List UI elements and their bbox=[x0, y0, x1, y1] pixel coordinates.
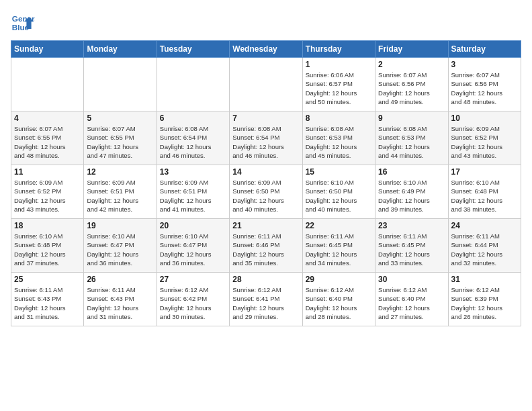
day-info: Sunrise: 6:10 AM Sunset: 6:50 PM Dayligh… bbox=[306, 178, 372, 214]
day-info: Sunrise: 6:11 AM Sunset: 6:43 PM Dayligh… bbox=[87, 285, 153, 321]
calendar-cell: 14Sunrise: 6:09 AM Sunset: 6:50 PM Dayli… bbox=[230, 165, 302, 219]
calendar-cell: 31Sunrise: 6:12 AM Sunset: 6:39 PM Dayli… bbox=[448, 273, 521, 326]
day-number: 21 bbox=[232, 221, 299, 230]
day-info: Sunrise: 6:09 AM Sunset: 6:51 PM Dayligh… bbox=[160, 178, 226, 214]
day-info: Sunrise: 6:07 AM Sunset: 6:55 PM Dayligh… bbox=[14, 124, 81, 160]
calendar-cell: 11Sunrise: 6:09 AM Sunset: 6:52 PM Dayli… bbox=[11, 165, 84, 219]
calendar-cell: 21Sunrise: 6:11 AM Sunset: 6:46 PM Dayli… bbox=[230, 219, 302, 273]
calendar-cell: 25Sunrise: 6:11 AM Sunset: 6:43 PM Dayli… bbox=[11, 273, 84, 326]
day-number: 4 bbox=[14, 113, 81, 123]
day-number: 23 bbox=[378, 221, 445, 230]
weekday-header-saturday: Saturday bbox=[448, 41, 521, 58]
day-number: 7 bbox=[232, 113, 299, 123]
day-number: 1 bbox=[306, 60, 372, 69]
day-info: Sunrise: 6:07 AM Sunset: 6:55 PM Dayligh… bbox=[87, 124, 153, 160]
day-number: 12 bbox=[87, 167, 153, 177]
svg-text:General: General bbox=[12, 14, 35, 23]
calendar-cell: 15Sunrise: 6:10 AM Sunset: 6:50 PM Dayli… bbox=[302, 165, 375, 219]
calendar-cell: 1Sunrise: 6:06 AM Sunset: 6:57 PM Daylig… bbox=[302, 58, 375, 111]
day-info: Sunrise: 6:10 AM Sunset: 6:47 PM Dayligh… bbox=[160, 232, 226, 267]
day-number: 6 bbox=[160, 113, 226, 123]
day-info: Sunrise: 6:11 AM Sunset: 6:43 PM Dayligh… bbox=[14, 285, 81, 321]
calendar-cell: 12Sunrise: 6:09 AM Sunset: 6:51 PM Dayli… bbox=[84, 165, 157, 219]
weekday-header-monday: Monday bbox=[84, 41, 157, 58]
day-info: Sunrise: 6:10 AM Sunset: 6:49 PM Dayligh… bbox=[378, 178, 445, 214]
weekday-header-sunday: Sunday bbox=[11, 41, 84, 58]
day-info: Sunrise: 6:12 AM Sunset: 6:40 PM Dayligh… bbox=[306, 285, 372, 321]
day-info: Sunrise: 6:12 AM Sunset: 6:40 PM Dayligh… bbox=[378, 285, 445, 321]
day-info: Sunrise: 6:08 AM Sunset: 6:54 PM Dayligh… bbox=[232, 124, 299, 160]
calendar-cell: 18Sunrise: 6:10 AM Sunset: 6:48 PM Dayli… bbox=[11, 219, 84, 273]
calendar-cell bbox=[157, 58, 229, 111]
calendar-cell: 3Sunrise: 6:07 AM Sunset: 6:56 PM Daylig… bbox=[448, 58, 521, 111]
day-info: Sunrise: 6:06 AM Sunset: 6:57 PM Dayligh… bbox=[306, 71, 372, 106]
day-number: 3 bbox=[451, 60, 518, 69]
day-number: 5 bbox=[87, 113, 153, 123]
weekday-header-row: SundayMondayTuesdayWednesdayThursdayFrid… bbox=[11, 41, 521, 58]
weekday-header-thursday: Thursday bbox=[302, 41, 375, 58]
calendar-cell: 16Sunrise: 6:10 AM Sunset: 6:49 PM Dayli… bbox=[375, 165, 448, 219]
day-info: Sunrise: 6:07 AM Sunset: 6:56 PM Dayligh… bbox=[378, 71, 445, 106]
day-number: 25 bbox=[14, 275, 81, 284]
day-number: 17 bbox=[451, 167, 518, 177]
day-number: 2 bbox=[378, 60, 445, 69]
day-info: Sunrise: 6:11 AM Sunset: 6:45 PM Dayligh… bbox=[306, 232, 372, 267]
calendar-cell: 23Sunrise: 6:11 AM Sunset: 6:45 PM Dayli… bbox=[375, 219, 448, 273]
calendar-cell: 19Sunrise: 6:10 AM Sunset: 6:47 PM Dayli… bbox=[84, 219, 157, 273]
logo-icon: General Blue bbox=[11, 11, 35, 35]
calendar-cell: 24Sunrise: 6:11 AM Sunset: 6:44 PM Dayli… bbox=[448, 219, 521, 273]
calendar-cell: 27Sunrise: 6:12 AM Sunset: 6:42 PM Dayli… bbox=[157, 273, 229, 326]
calendar-cell: 9Sunrise: 6:08 AM Sunset: 6:53 PM Daylig… bbox=[375, 111, 448, 165]
calendar-cell: 2Sunrise: 6:07 AM Sunset: 6:56 PM Daylig… bbox=[375, 58, 448, 111]
day-number: 13 bbox=[160, 167, 226, 177]
page-header: General Blue bbox=[11, 11, 521, 35]
day-info: Sunrise: 6:08 AM Sunset: 6:53 PM Dayligh… bbox=[378, 124, 445, 160]
day-number: 11 bbox=[14, 167, 81, 177]
day-info: Sunrise: 6:10 AM Sunset: 6:47 PM Dayligh… bbox=[87, 232, 153, 267]
calendar-cell: 5Sunrise: 6:07 AM Sunset: 6:55 PM Daylig… bbox=[84, 111, 157, 165]
calendar-cell: 8Sunrise: 6:08 AM Sunset: 6:53 PM Daylig… bbox=[302, 111, 375, 165]
day-info: Sunrise: 6:11 AM Sunset: 6:46 PM Dayligh… bbox=[232, 232, 299, 267]
calendar-cell: 26Sunrise: 6:11 AM Sunset: 6:43 PM Dayli… bbox=[84, 273, 157, 326]
calendar-cell: 20Sunrise: 6:10 AM Sunset: 6:47 PM Dayli… bbox=[157, 219, 229, 273]
day-number: 31 bbox=[451, 275, 518, 284]
day-info: Sunrise: 6:09 AM Sunset: 6:50 PM Dayligh… bbox=[232, 178, 299, 214]
day-number: 28 bbox=[232, 275, 299, 284]
day-info: Sunrise: 6:07 AM Sunset: 6:56 PM Dayligh… bbox=[451, 71, 518, 106]
day-number: 18 bbox=[14, 221, 81, 230]
calendar-cell: 30Sunrise: 6:12 AM Sunset: 6:40 PM Dayli… bbox=[375, 273, 448, 326]
day-number: 24 bbox=[451, 221, 518, 230]
day-info: Sunrise: 6:08 AM Sunset: 6:53 PM Dayligh… bbox=[306, 124, 372, 160]
day-number: 19 bbox=[87, 221, 153, 230]
day-info: Sunrise: 6:11 AM Sunset: 6:44 PM Dayligh… bbox=[451, 232, 518, 267]
calendar-cell: 4Sunrise: 6:07 AM Sunset: 6:55 PM Daylig… bbox=[11, 111, 84, 165]
day-info: Sunrise: 6:09 AM Sunset: 6:52 PM Dayligh… bbox=[451, 124, 518, 160]
day-number: 26 bbox=[87, 275, 153, 284]
day-number: 22 bbox=[306, 221, 372, 230]
day-number: 16 bbox=[378, 167, 445, 177]
day-info: Sunrise: 6:11 AM Sunset: 6:45 PM Dayligh… bbox=[378, 232, 445, 267]
calendar-table: SundayMondayTuesdayWednesdayThursdayFrid… bbox=[11, 40, 521, 326]
weekday-header-tuesday: Tuesday bbox=[157, 41, 229, 58]
weekday-header-wednesday: Wednesday bbox=[230, 41, 302, 58]
calendar-cell: 13Sunrise: 6:09 AM Sunset: 6:51 PM Dayli… bbox=[157, 165, 229, 219]
day-number: 30 bbox=[378, 275, 445, 284]
logo: General Blue bbox=[11, 11, 35, 35]
calendar-cell: 10Sunrise: 6:09 AM Sunset: 6:52 PM Dayli… bbox=[448, 111, 521, 165]
calendar-cell: 7Sunrise: 6:08 AM Sunset: 6:54 PM Daylig… bbox=[230, 111, 302, 165]
week-row-4: 18Sunrise: 6:10 AM Sunset: 6:48 PM Dayli… bbox=[11, 219, 521, 273]
week-row-5: 25Sunrise: 6:11 AM Sunset: 6:43 PM Dayli… bbox=[11, 273, 521, 326]
week-row-1: 1Sunrise: 6:06 AM Sunset: 6:57 PM Daylig… bbox=[11, 58, 521, 111]
day-number: 9 bbox=[378, 113, 445, 123]
weekday-header-friday: Friday bbox=[375, 41, 448, 58]
day-info: Sunrise: 6:09 AM Sunset: 6:51 PM Dayligh… bbox=[87, 178, 153, 214]
day-number: 27 bbox=[160, 275, 226, 284]
calendar-cell: 29Sunrise: 6:12 AM Sunset: 6:40 PM Dayli… bbox=[302, 273, 375, 326]
day-number: 8 bbox=[306, 113, 372, 123]
day-number: 29 bbox=[306, 275, 372, 284]
calendar-cell bbox=[84, 58, 157, 111]
day-info: Sunrise: 6:08 AM Sunset: 6:54 PM Dayligh… bbox=[160, 124, 226, 160]
day-info: Sunrise: 6:12 AM Sunset: 6:42 PM Dayligh… bbox=[160, 285, 226, 321]
day-info: Sunrise: 6:10 AM Sunset: 6:48 PM Dayligh… bbox=[451, 178, 518, 214]
calendar-cell: 22Sunrise: 6:11 AM Sunset: 6:45 PM Dayli… bbox=[302, 219, 375, 273]
